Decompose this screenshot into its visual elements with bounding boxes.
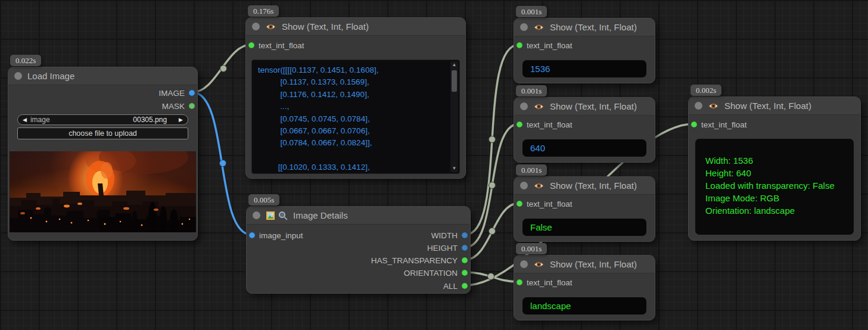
collapse-dot[interactable]: [520, 102, 528, 110]
output-label: HAS_TRANSPARENCY: [371, 256, 458, 265]
combo-label: image: [30, 116, 50, 124]
output-slot-image[interactable]: IMAGE: [158, 87, 195, 99]
collapse-dot[interactable]: [253, 211, 260, 219]
image-file-combo[interactable]: ◀ image 00305.png ▶: [17, 114, 188, 125]
output-slot-orientation[interactable]: ORIENTATION: [404, 267, 468, 279]
output-dot[interactable]: [462, 245, 468, 251]
input-label: text_int_float: [527, 120, 573, 129]
input-slot-image-input[interactable]: image_input: [249, 229, 303, 241]
input-dot[interactable]: [517, 122, 522, 127]
output-dot[interactable]: [462, 283, 468, 289]
detail-line: Width: 1536: [705, 154, 854, 167]
tensor-text: tensor([[[[0.1137, 0.1451, 0.1608], [0.1…: [258, 64, 445, 174]
detail-line: Height: 640: [705, 167, 854, 179]
node-show-transparency[interactable]: 0.001s Show (Text, Int, Float) text_int_…: [514, 176, 655, 242]
output-dot[interactable]: [462, 257, 468, 263]
value-display[interactable]: False: [522, 219, 646, 236]
output-dot[interactable]: [462, 232, 468, 238]
collapse-dot[interactable]: [14, 72, 22, 80]
output-label: ALL: [443, 282, 458, 291]
detail-line: Orientation: landscape: [705, 204, 854, 217]
node-title: Show (Text, Int, Float): [550, 101, 637, 111]
output-slot-width[interactable]: WIDTH: [431, 229, 468, 241]
value-display[interactable]: 1536: [522, 60, 646, 77]
collapse-dot[interactable]: [252, 23, 260, 30]
collapse-dot[interactable]: [695, 102, 702, 110]
collapse-dot[interactable]: [520, 182, 528, 189]
input-label: image_input: [259, 231, 303, 240]
scroll-up-icon[interactable]: ▲: [452, 61, 457, 69]
eye-icon: [533, 23, 545, 32]
node-show-all[interactable]: 0.002s Show (Text, Int, Float) text_int_…: [688, 96, 861, 241]
node-show-width[interactable]: 0.001s Show (Text, Int, Float) text_int_…: [514, 18, 655, 83]
node-titlebar[interactable]: Show (Text, Int, Float): [514, 98, 655, 116]
combo-value: 00305.png: [133, 116, 167, 124]
textarea-scrollbar[interactable]: ▲ ▼: [450, 61, 458, 172]
node-title: Show (Text, Int, Float): [550, 259, 637, 269]
input-slot-text-int-float[interactable]: text_int_float: [517, 198, 573, 210]
link-midpoint-dot[interactable]: [489, 136, 496, 143]
input-slot-text-int-float[interactable]: text_int_float: [517, 119, 573, 130]
input-dot[interactable]: [517, 42, 522, 48]
input-label: text_int_float: [701, 120, 747, 129]
scroll-down-icon[interactable]: ▼: [452, 165, 457, 172]
node-titlebar[interactable]: Show (Text, Int, Float): [514, 18, 655, 36]
link-midpoint-dot[interactable]: [489, 228, 496, 235]
choose-file-button[interactable]: choose file to upload: [17, 127, 188, 139]
execution-time-badge: 0.176s: [248, 5, 279, 17]
output-slot-height[interactable]: HEIGHT: [427, 242, 468, 254]
output-slot-has-transparency[interactable]: HAS_TRANSPARENCY: [371, 254, 468, 266]
output-dot[interactable]: [462, 270, 468, 276]
execution-time-badge: 0.005s: [248, 194, 279, 206]
combo-next-icon[interactable]: ▶: [179, 117, 183, 123]
input-slot-text-int-float[interactable]: text_int_float: [517, 276, 573, 288]
value-display[interactable]: landscape: [522, 297, 646, 315]
node-show-height[interactable]: 0.001s Show (Text, Int, Float) text_int_…: [514, 97, 655, 163]
input-dot[interactable]: [517, 279, 522, 285]
tensor-output-textarea[interactable]: tensor([[[[0.1137, 0.1451, 0.1608], [0.1…: [251, 60, 460, 174]
output-dot-mask[interactable]: [189, 103, 195, 109]
node-show-tensor[interactable]: 0.176s Show (Text, Int, Float) text_int_…: [245, 17, 466, 179]
link-midpoint-dot[interactable]: [489, 182, 496, 189]
node-show-orientation[interactable]: 0.001s Show (Text, Int, Float) text_int_…: [514, 255, 655, 320]
collapse-dot[interactable]: [520, 23, 528, 31]
combo-prev-icon[interactable]: ◀: [23, 117, 27, 123]
input-label: text_int_float: [527, 41, 573, 50]
execution-time-badge: 0.002s: [690, 85, 721, 96]
node-titlebar[interactable]: Load Image: [8, 67, 197, 85]
input-dot[interactable]: [517, 201, 522, 207]
collapse-dot[interactable]: [520, 260, 528, 268]
input-slot-text-int-float[interactable]: text_int_float: [517, 39, 573, 51]
node-titlebar[interactable]: Show (Text, Int, Float): [514, 177, 655, 195]
input-slot-text-int-float[interactable]: text_int_float: [691, 119, 747, 130]
execution-time-badge: 0.001s: [516, 85, 547, 96]
node-load-image[interactable]: 0.022s Load Image IMAGE MASK ◀ image 003…: [8, 67, 198, 241]
details-text-display[interactable]: Width: 1536 Height: 640 Loaded with tran…: [695, 139, 854, 235]
node-title: Show (Text, Int, Float): [550, 22, 637, 32]
node-title: Show (Text, Int, Float): [282, 21, 369, 32]
detail-line: Loaded with transparency: False: [705, 179, 854, 192]
input-dot[interactable]: [248, 42, 254, 48]
node-titlebar[interactable]: Show (Text, Int, Float): [689, 97, 860, 115]
node-graph-canvas[interactable]: 0.022s Load Image IMAGE MASK ◀ image 003…: [0, 0, 868, 330]
input-slot-text-int-float[interactable]: text_int_float: [248, 39, 304, 51]
input-dot[interactable]: [691, 122, 697, 127]
node-titlebar[interactable]: Show (Text, Int, Float): [246, 18, 465, 36]
link-midpoint-dot[interactable]: [488, 273, 494, 280]
node-titlebar[interactable]: Image Details: [247, 207, 470, 225]
link-midpoint-dot[interactable]: [220, 160, 226, 167]
node-title: Show (Text, Int, Float): [550, 180, 637, 191]
value-display[interactable]: 640: [522, 139, 646, 157]
input-label: text_int_float: [259, 41, 304, 50]
link-midpoint-dot[interactable]: [220, 66, 227, 72]
input-dot[interactable]: [249, 232, 255, 238]
output-slot-mask[interactable]: MASK: [162, 100, 195, 112]
node-titlebar[interactable]: Show (Text, Int, Float): [514, 256, 655, 273]
output-label: WIDTH: [431, 231, 458, 240]
scrollbar-thumb[interactable]: [452, 70, 457, 92]
node-image-details[interactable]: 0.005s Image Details image_input WIDTH H…: [246, 206, 471, 294]
output-dot-image[interactable]: [189, 90, 195, 96]
output-slot-all[interactable]: ALL: [443, 280, 468, 292]
node-title: Image Details: [293, 210, 348, 220]
output-label: IMAGE: [158, 89, 185, 98]
